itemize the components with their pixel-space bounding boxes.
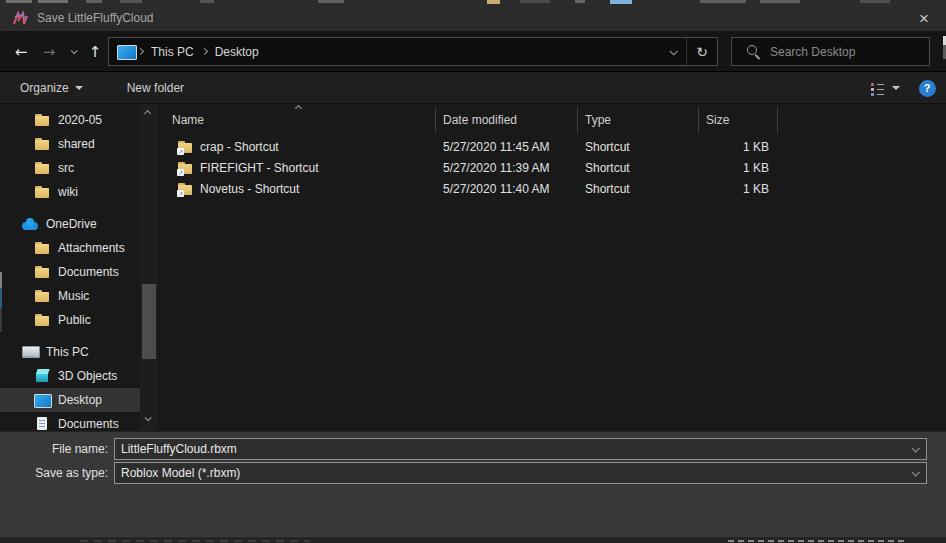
shortcut-folder-icon: ↗ xyxy=(177,139,194,155)
edge-artifact xyxy=(0,288,2,308)
save-as-type-combobox[interactable]: Roblox Model (*.rbxm) xyxy=(114,462,927,484)
details-view-icon xyxy=(870,82,885,95)
chevron-down-icon[interactable] xyxy=(911,468,919,476)
sidebar-item[interactable]: Documents xyxy=(0,260,140,284)
close-button[interactable]: × xyxy=(902,5,946,31)
shortcut-arrow-icon: ↗ xyxy=(177,148,184,155)
file-type: Shortcut xyxy=(577,140,698,154)
bottom-panel: File name: Save as type: Roblox Model (*… xyxy=(0,431,946,537)
file-name: Novetus - Shortcut xyxy=(200,182,299,196)
column-headers: Name Date modified Type Size xyxy=(158,104,946,136)
sidebar-item-label: Music xyxy=(58,289,89,303)
folder-icon xyxy=(34,184,51,200)
shortcut-arrow-icon: ↗ xyxy=(177,190,184,197)
sidebar-item-label: Documents xyxy=(58,417,119,431)
change-view-button[interactable] xyxy=(862,72,908,104)
file-name-combobox[interactable] xyxy=(114,438,927,460)
address-dropdown-button[interactable] xyxy=(660,38,686,65)
help-button[interactable]: ? xyxy=(908,72,946,104)
forward-button[interactable]: → xyxy=(36,31,62,72)
shortcut-arrow-icon: ↗ xyxy=(177,169,184,176)
new-folder-button[interactable]: New folder xyxy=(117,72,194,104)
shortcut-folder-icon: ↗ xyxy=(177,181,194,197)
file-row[interactable]: ↗ crap - Shortcut 5/27/2020 11:45 AM Sho… xyxy=(158,136,946,157)
save-dialog-window: Save LittleFluffyCloud × ← → ↑ This PC D… xyxy=(0,0,946,543)
shortcut-folder-icon: ↗ xyxy=(177,160,194,176)
help-icon: ? xyxy=(919,80,936,97)
folder-icon xyxy=(34,136,51,152)
search-input[interactable] xyxy=(770,45,929,59)
recent-locations-button[interactable] xyxy=(63,31,83,72)
file-row[interactable]: ↗ Novetus - Shortcut 5/27/2020 11:40 AM … xyxy=(158,178,946,199)
folder-icon xyxy=(34,264,51,280)
chevron-down-icon xyxy=(669,47,677,55)
sidebar-item[interactable]: Desktop xyxy=(0,388,140,412)
file-row[interactable]: ↗ FIREFIGHT - Shortcut 5/27/2020 11:39 A… xyxy=(158,157,946,178)
sidebar-item[interactable]: wiki xyxy=(0,180,140,204)
search-box xyxy=(731,37,930,66)
sidebar-item-label: Desktop xyxy=(58,393,102,407)
sidebar-item[interactable]: Attachments xyxy=(0,236,140,260)
background-window-bottom-sliver xyxy=(0,537,946,543)
column-divider[interactable] xyxy=(777,107,778,133)
forward-arrow-icon: → xyxy=(43,43,56,61)
scroll-down-icon[interactable] xyxy=(145,414,152,421)
sidebar-item-label: Attachments xyxy=(58,241,125,255)
breadcrumb-chevron-icon xyxy=(201,48,208,55)
address-bar[interactable]: This PC Desktop ↻ xyxy=(108,37,718,66)
file-rows: ↗ crap - Shortcut 5/27/2020 11:45 AM Sho… xyxy=(158,136,946,199)
save-as-type-value: Roblox Model (*.rbxm) xyxy=(115,466,240,480)
save-as-type-label: Save as type: xyxy=(0,466,114,480)
sidebar-item-label: 2020-05 xyxy=(58,113,102,127)
search-icon xyxy=(746,44,761,59)
column-header-date-modified[interactable]: Date modified xyxy=(435,104,577,136)
breadcrumb-this-pc[interactable]: This PC xyxy=(145,38,200,65)
column-divider[interactable] xyxy=(435,107,436,133)
file-date-modified: 5/27/2020 11:40 AM xyxy=(435,182,577,196)
sidebar-item[interactable]: 3D Objects xyxy=(0,364,140,388)
breadcrumb-chevron-icon xyxy=(137,48,144,55)
refresh-icon: ↻ xyxy=(696,44,708,60)
sidebar-item[interactable]: src xyxy=(0,156,140,180)
up-button[interactable]: ↑ xyxy=(83,31,107,72)
sidebar-item[interactable]: Public xyxy=(0,308,140,332)
organize-button[interactable]: Organize xyxy=(10,72,93,104)
file-type: Shortcut xyxy=(577,161,698,175)
column-divider[interactable] xyxy=(577,107,578,133)
file-name-input[interactable] xyxy=(115,439,926,459)
sidebar-item[interactable]: Documents xyxy=(0,412,140,431)
this-pc-icon xyxy=(22,344,39,360)
sidebar-item[interactable]: 2020-05 xyxy=(0,108,140,132)
sidebar-item-label: wiki xyxy=(58,185,78,199)
sidebar-item-label: shared xyxy=(58,137,95,151)
edge-artifact xyxy=(0,272,2,288)
refresh-button[interactable]: ↻ xyxy=(687,38,717,65)
sidebar-scrollbar[interactable] xyxy=(140,104,158,431)
folder-icon xyxy=(34,160,51,176)
file-size: 1 KB xyxy=(698,140,777,154)
sidebar-item[interactable]: OneDrive xyxy=(0,212,140,236)
column-divider[interactable] xyxy=(698,107,699,133)
column-header-type[interactable]: Type xyxy=(577,104,698,136)
sidebar-item-label: Documents xyxy=(58,265,119,279)
breadcrumb-desktop[interactable]: Desktop xyxy=(209,38,265,65)
file-type: Shortcut xyxy=(577,182,698,196)
sidebar-item[interactable]: This PC xyxy=(0,340,140,364)
sidebar-item[interactable]: Music xyxy=(0,284,140,308)
folder-icon xyxy=(34,288,51,304)
file-name: crap - Shortcut xyxy=(200,140,279,154)
documents-icon xyxy=(34,416,51,431)
back-button[interactable]: ← xyxy=(8,31,34,72)
organize-label: Organize xyxy=(20,81,69,95)
onedrive-cloud-icon xyxy=(22,216,39,232)
edge-artifact xyxy=(0,308,2,332)
window-title: Save LittleFluffyCloud xyxy=(37,11,154,25)
scroll-up-icon[interactable] xyxy=(144,110,151,117)
sidebar-item-label: 3D Objects xyxy=(58,369,117,383)
sidebar-item[interactable]: shared xyxy=(0,132,140,156)
column-header-size[interactable]: Size xyxy=(698,104,777,136)
scrollbar-thumb[interactable] xyxy=(142,284,156,359)
file-size: 1 KB xyxy=(698,161,777,175)
main-area: 2020-05 shared src wiki xyxy=(0,104,946,431)
folder-icon xyxy=(34,112,51,128)
